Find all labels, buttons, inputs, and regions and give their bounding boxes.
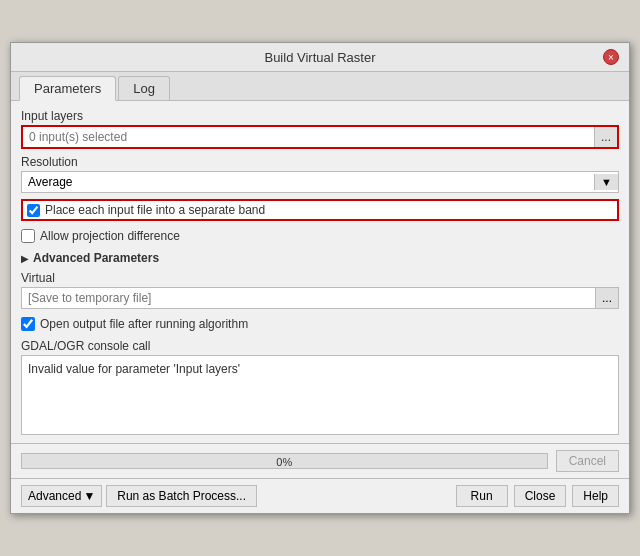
build-virtual-raster-dialog: Build Virtual Raster × Parameters Log In… bbox=[10, 42, 630, 514]
console-output: Invalid value for parameter 'Input layer… bbox=[21, 355, 619, 435]
virtual-label: Virtual bbox=[21, 271, 619, 285]
input-layers-browse-button[interactable]: ... bbox=[594, 127, 617, 147]
resolution-section: Resolution Average Highest Lowest User d… bbox=[21, 155, 619, 193]
dialog-title: Build Virtual Raster bbox=[37, 50, 603, 65]
close-dialog-button[interactable]: Close bbox=[514, 485, 567, 507]
separate-band-row: Place each input file into a separate ba… bbox=[21, 199, 619, 221]
virtual-group: ... bbox=[21, 287, 619, 309]
tab-log[interactable]: Log bbox=[118, 76, 170, 100]
input-layers-field[interactable] bbox=[23, 127, 594, 147]
resolution-label: Resolution bbox=[21, 155, 619, 169]
separate-band-checkbox[interactable] bbox=[27, 204, 40, 217]
cancel-button[interactable]: Cancel bbox=[556, 450, 619, 472]
virtual-browse-button[interactable]: ... bbox=[595, 288, 618, 308]
close-button[interactable]: × bbox=[603, 49, 619, 65]
console-section: GDAL/OGR console call Invalid value for … bbox=[21, 339, 619, 435]
open-output-label: Open output file after running algorithm bbox=[40, 317, 248, 331]
tab-parameters[interactable]: Parameters bbox=[19, 76, 116, 101]
bottom-right-actions: Run Close Help bbox=[456, 485, 619, 507]
console-label: GDAL/OGR console call bbox=[21, 339, 619, 353]
title-bar: Build Virtual Raster × bbox=[11, 43, 629, 72]
tabs-bar: Parameters Log bbox=[11, 72, 629, 101]
batch-process-button[interactable]: Run as Batch Process... bbox=[106, 485, 257, 507]
projection-diff-label: Allow projection difference bbox=[40, 229, 180, 243]
input-layers-group: ... bbox=[21, 125, 619, 149]
progress-label: 0% bbox=[22, 454, 547, 470]
advanced-btn-label: Advanced bbox=[28, 489, 81, 503]
open-output-checkbox[interactable] bbox=[21, 317, 35, 331]
advanced-btn-arrow-icon: ▼ bbox=[83, 489, 95, 503]
virtual-field[interactable] bbox=[22, 288, 595, 308]
advanced-params-section[interactable]: ▶ Advanced Parameters bbox=[21, 251, 619, 265]
advanced-params-label: Advanced Parameters bbox=[33, 251, 159, 265]
help-button[interactable]: Help bbox=[572, 485, 619, 507]
run-button[interactable]: Run bbox=[456, 485, 508, 507]
bottom-bar: Advanced ▼ Run as Batch Process... Run C… bbox=[11, 478, 629, 513]
resolution-select[interactable]: Average Highest Lowest User defined bbox=[22, 172, 594, 192]
advanced-triangle-icon: ▶ bbox=[21, 253, 29, 264]
form-content: Input layers ... Resolution Average High… bbox=[11, 101, 629, 443]
resolution-arrow-icon: ▼ bbox=[594, 174, 618, 190]
resolution-select-group: Average Highest Lowest User defined ▼ bbox=[21, 171, 619, 193]
advanced-dropdown-button[interactable]: Advanced ▼ bbox=[21, 485, 102, 507]
projection-diff-checkbox[interactable] bbox=[21, 229, 35, 243]
input-layers-label: Input layers bbox=[21, 109, 619, 123]
bottom-left-actions: Advanced ▼ Run as Batch Process... bbox=[21, 485, 257, 507]
projection-diff-row: Allow projection difference bbox=[21, 227, 619, 245]
progress-bar: 0% bbox=[21, 453, 548, 469]
progress-section: 0% Cancel bbox=[11, 443, 629, 478]
separate-band-label: Place each input file into a separate ba… bbox=[45, 203, 265, 217]
input-layers-section: Input layers ... bbox=[21, 109, 619, 149]
open-output-row: Open output file after running algorithm bbox=[21, 315, 619, 333]
virtual-section: Virtual ... bbox=[21, 271, 619, 309]
